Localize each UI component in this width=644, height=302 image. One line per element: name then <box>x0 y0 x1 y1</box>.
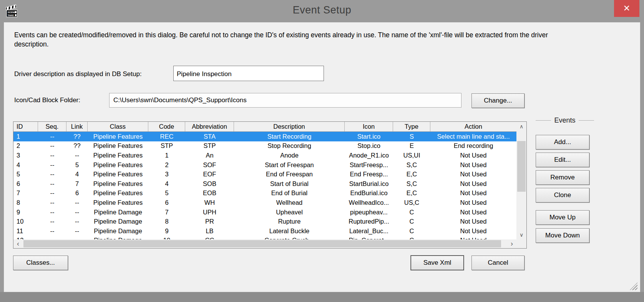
cell: 11 <box>13 226 38 236</box>
cell: STP <box>185 141 234 151</box>
column-header-icon[interactable]: Icon <box>345 122 393 131</box>
cell: Not Used <box>430 169 516 179</box>
cell: E,C <box>393 169 430 179</box>
table-row-12[interactable]: 12----Pipeline Damage10CCConcrete Crush.… <box>13 236 516 239</box>
cell: -- <box>66 198 88 207</box>
table-row-11[interactable]: 11----Pipeline Damage9LBLateral BuckleLa… <box>13 226 516 236</box>
add-button[interactable]: Add... <box>536 135 589 149</box>
resize-grip-icon[interactable] <box>630 282 637 290</box>
table-row-4[interactable]: 4--5Pipeline Features2SOFStart of Freesp… <box>13 160 516 170</box>
cell: E <box>393 141 430 151</box>
horizontal-scroll-track[interactable] <box>23 239 507 248</box>
cell: Not Used <box>430 207 516 217</box>
scroll-right-icon[interactable]: › <box>507 239 516 248</box>
move-up-button[interactable]: Move Up <box>536 210 589 225</box>
cell: pipeupheav... <box>345 207 393 217</box>
scrollbar-corner <box>516 239 526 248</box>
window-title: Event Setup <box>0 4 644 16</box>
cell: Pipeline Features <box>88 160 148 170</box>
cell: Pipeline Features <box>88 198 148 207</box>
classes-button[interactable]: Classes... <box>13 256 68 270</box>
driver-description-input[interactable] <box>173 66 324 81</box>
table-row-9[interactable]: 9----Pipeline Damage7UPHUpheavelpipeuphe… <box>13 207 516 217</box>
cell: 3 <box>148 169 185 179</box>
cell: Pipeline Features <box>88 151 148 160</box>
cell: 12 <box>13 236 38 239</box>
column-header-action[interactable]: Action <box>430 122 516 131</box>
icon-folder-path: C:\Users\swn\Documents\QPS_Support\Icons <box>109 93 461 108</box>
cell: Pipeline Damage <box>88 217 148 226</box>
scroll-up-icon[interactable]: ∧ <box>516 122 526 131</box>
column-header-id[interactable]: ID <box>13 122 38 131</box>
cell: Not Used <box>430 160 516 170</box>
cell: Start.ico <box>345 132 393 141</box>
cell: Pipeline Damage <box>88 207 148 217</box>
intro-text: Events can be created/modified/removed i… <box>14 30 571 49</box>
column-header-seq-[interactable]: Seq. <box>38 122 66 131</box>
move-down-button[interactable]: Move Down <box>536 228 589 243</box>
cell: -- <box>38 179 66 189</box>
cell: 10 <box>148 236 185 239</box>
cell: Stop.ico <box>345 141 393 151</box>
column-header-abbreviation[interactable]: Abbreviation <box>185 122 234 131</box>
group-line-right <box>579 120 594 121</box>
cell: RupturedPip... <box>345 217 393 226</box>
edit-button[interactable]: Edit... <box>536 153 589 167</box>
cell: Lateral Buckle <box>234 226 345 236</box>
table-row-6[interactable]: 6--7Pipeline Features4SOBStart of Burial… <box>13 179 516 189</box>
remove-button[interactable]: Remove <box>536 170 589 185</box>
table-row-10[interactable]: 10----Pipeline Damage8PRRuptureRupturedP… <box>13 217 516 226</box>
table-row-2[interactable]: 2--??Pipeline FeaturesSTPSTPStop Recordi… <box>13 141 516 151</box>
cancel-button[interactable]: Cancel <box>471 256 524 270</box>
column-header-code[interactable]: Code <box>148 122 185 131</box>
window-bottom-border <box>0 292 644 302</box>
vertical-scroll-track[interactable] <box>516 131 526 230</box>
cell: Pipeline Features <box>88 169 148 179</box>
column-header-class[interactable]: Class <box>88 122 148 131</box>
cell: Pipeline Features <box>88 179 148 189</box>
cell: WH <box>185 198 234 207</box>
cell: Not Used <box>430 179 516 189</box>
cell: Wellhead <box>234 198 345 207</box>
cell: -- <box>38 160 66 170</box>
cell: Start Recording <box>234 132 345 141</box>
cell: SOF <box>185 160 234 170</box>
cell: 8 <box>148 217 185 226</box>
clone-button[interactable]: Clone <box>536 188 589 202</box>
cell: Pip_Concret... <box>345 236 393 239</box>
cell: End recording <box>430 141 516 151</box>
table-row-8[interactable]: 8----Pipeline Features6WHWellheadWellhea… <box>13 198 516 207</box>
cell: WellheadIco... <box>345 198 393 207</box>
table-row-7[interactable]: 7--6Pipeline Features5EOBEnd of BurialEn… <box>13 189 516 198</box>
cell: End of Freespan <box>234 169 345 179</box>
table-row-1[interactable]: 1--??Pipeline FeaturesRECSTAStart Record… <box>13 132 516 141</box>
change-folder-button[interactable]: Change... <box>471 93 524 108</box>
vertical-scroll-thumb[interactable] <box>517 141 526 192</box>
table-row-3[interactable]: 3----Pipeline Features1AnAnodeAnode_R1.i… <box>13 151 516 160</box>
cell: -- <box>38 132 66 141</box>
column-header-type[interactable]: Type <box>393 122 430 131</box>
events-table-main: IDSeq.LinkClassCodeAbbreviationDescripti… <box>13 122 516 239</box>
close-button[interactable]: ✕ <box>614 0 639 17</box>
horizontal-scrollbar[interactable]: ‹ › <box>13 239 516 248</box>
scroll-left-icon[interactable]: ‹ <box>13 239 23 248</box>
cell: Lateral_Buc... <box>345 226 393 236</box>
scroll-down-icon[interactable]: ∨ <box>516 230 526 239</box>
save-xml-button[interactable]: Save Xml <box>411 256 464 270</box>
horizontal-scroll-thumb[interactable] <box>23 240 501 247</box>
cell: 4 <box>148 179 185 189</box>
cell: Pipeline Features <box>88 141 148 151</box>
vertical-scrollbar[interactable]: ∧ ∨ <box>516 122 526 239</box>
cell: -- <box>38 236 66 239</box>
table-row-5[interactable]: 5--4Pipeline Features3EOFEnd of Freespan… <box>13 169 516 179</box>
cell: Pipeline Features <box>88 132 148 141</box>
column-header-link[interactable]: Link <box>66 122 88 131</box>
events-table: IDSeq.LinkClassCodeAbbreviationDescripti… <box>13 121 527 249</box>
cell: -- <box>38 151 66 160</box>
column-header-description[interactable]: Description <box>234 122 345 131</box>
cell: UPH <box>185 207 234 217</box>
cell: -- <box>38 141 66 151</box>
cell: EOF <box>185 169 234 179</box>
cell: E,C <box>393 189 430 198</box>
cell: 9 <box>13 207 38 217</box>
